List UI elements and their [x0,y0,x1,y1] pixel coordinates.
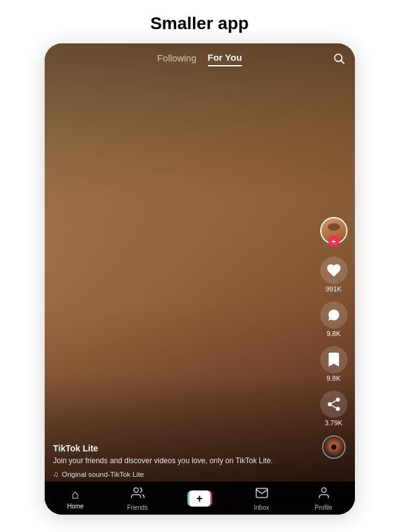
music-note-icon: ♫ [53,470,59,479]
comment-button[interactable]: 9.8K [320,301,347,337]
music-disc [322,435,346,459]
home-label: Home [67,503,84,510]
tab-following[interactable]: Following [157,53,196,66]
inbox-icon [255,486,269,503]
like-button[interactable]: 991K [320,257,347,293]
home-icon: ⌂ [71,487,79,502]
bookmark-button[interactable]: 9.8K [320,346,347,382]
friends-label: Friends [127,504,148,511]
nav-home[interactable]: ⌂ Home [45,487,107,510]
profile-icon [317,486,331,503]
svg-point-4 [133,487,138,492]
follow-badge: + [328,236,339,247]
share-button[interactable]: 3.79K [320,391,347,427]
share-count: 3.79K [325,419,343,427]
creator-avatar[interactable]: + [320,217,347,248]
action-sidebar: + 991K 9.8K [320,217,347,459]
video-info: TikTok Lite Join your friends and discov… [53,443,314,479]
phone-frame: Following For You + [45,43,355,515]
add-icon: + [196,493,203,504]
bottom-navigation: ⌂ Home Friends + [45,481,355,515]
page-title: Smaller app [150,0,249,43]
tab-for-you[interactable]: For You [208,52,242,66]
svg-line-1 [341,61,344,64]
bookmark-count: 9.8K [326,375,341,382]
search-icon[interactable] [333,52,345,68]
nav-friends[interactable]: Friends [107,486,169,511]
nav-profile[interactable]: Profile [293,486,355,511]
video-username: TikTok Lite [53,443,314,453]
svg-point-5 [321,487,326,492]
nav-add[interactable]: + [169,490,231,507]
profile-label: Profile [315,504,332,511]
video-description: Join your friends and discover videos yo… [53,456,314,466]
inbox-label: Inbox [254,504,269,511]
friends-icon [131,486,145,503]
top-navigation: Following For You [45,43,355,73]
nav-inbox[interactable]: Inbox [231,486,293,511]
video-music: ♫ Original sound-TikTok Lite [53,470,314,479]
comment-count: 9.8K [326,330,341,337]
like-count: 991K [326,285,342,293]
music-title: Original sound-TikTok Lite [62,471,145,478]
